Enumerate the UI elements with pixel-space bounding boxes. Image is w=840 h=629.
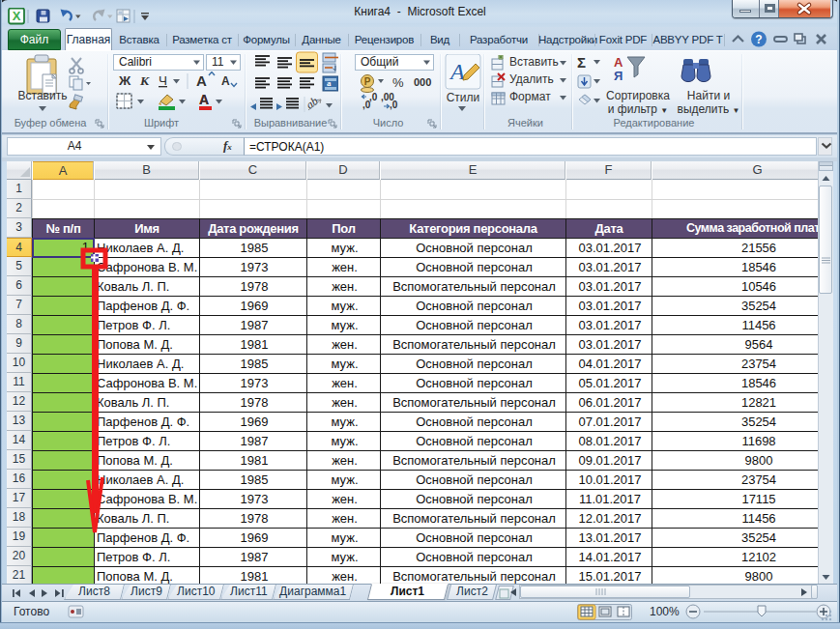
svg-text:%: %	[392, 75, 404, 90]
svg-text:А: А	[199, 92, 209, 107]
svg-text:А: А	[196, 72, 207, 89]
svg-text:Σ: Σ	[577, 54, 586, 71]
svg-text:Ч: Ч	[159, 73, 167, 88]
svg-text:А: А	[221, 74, 230, 88]
svg-text:Я: Я	[614, 69, 623, 83]
svg-text:А: А	[614, 55, 623, 70]
svg-text:a: a	[327, 78, 332, 88]
svg-text:?: ?	[755, 33, 762, 46]
svg-text:,0: ,0	[390, 100, 398, 110]
svg-text:A: A	[449, 59, 465, 84]
svg-text:К: К	[139, 73, 150, 88]
svg-text:X: X	[13, 9, 21, 23]
svg-text:Р: Р	[364, 76, 371, 87]
svg-text:,0: ,0	[369, 92, 378, 102]
svg-text:Ж: Ж	[118, 73, 131, 88]
svg-text:000: 000	[414, 76, 431, 88]
svg-text:ab: ab	[304, 94, 321, 111]
